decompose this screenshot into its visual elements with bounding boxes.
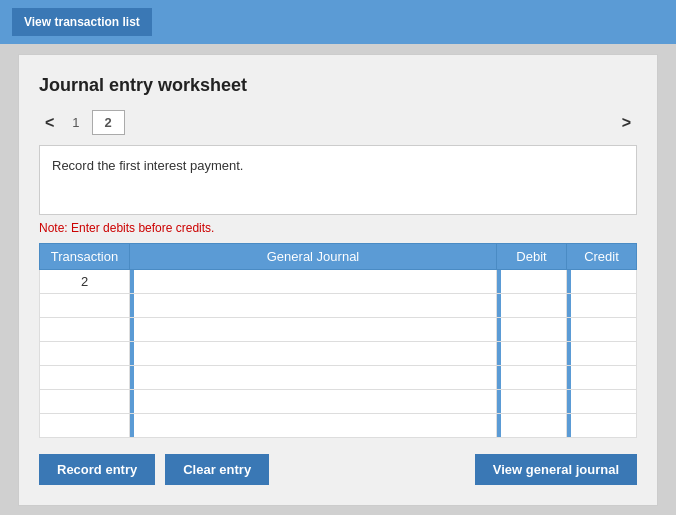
note-text: Note: Enter debits before credits. (39, 221, 637, 235)
debit-cell[interactable] (497, 390, 567, 414)
table-row (40, 366, 637, 390)
credit-cell[interactable] (567, 366, 637, 390)
debit-input[interactable] (501, 294, 566, 317)
page-2[interactable]: 2 (92, 110, 125, 135)
top-bar: View transaction list (0, 0, 676, 44)
table-row: 2 (40, 270, 637, 294)
credit-cell[interactable] (567, 270, 637, 294)
debit-cell[interactable] (497, 270, 567, 294)
pagination: < 1 2 > (39, 110, 637, 135)
transaction-cell: 2 (40, 270, 130, 294)
button-row: Record entry Clear entry View general jo… (39, 454, 637, 485)
col-debit: Debit (497, 244, 567, 270)
general-journal-cell[interactable] (130, 294, 497, 318)
general-journal-input[interactable] (134, 294, 496, 317)
next-page-arrow[interactable]: > (616, 112, 637, 134)
credit-input[interactable] (571, 414, 636, 437)
col-general-journal: General Journal (130, 244, 497, 270)
credit-cell[interactable] (567, 342, 637, 366)
credit-input[interactable] (571, 270, 636, 293)
transaction-cell (40, 414, 130, 438)
credit-cell[interactable] (567, 390, 637, 414)
credit-cell[interactable] (567, 414, 637, 438)
main-content: Journal entry worksheet < 1 2 > Record t… (18, 54, 658, 506)
debit-input[interactable] (501, 366, 566, 389)
credit-cell[interactable] (567, 318, 637, 342)
transaction-cell (40, 366, 130, 390)
general-journal-input[interactable] (134, 414, 496, 437)
transaction-cell (40, 390, 130, 414)
general-journal-input[interactable] (134, 270, 496, 293)
debit-cell[interactable] (497, 342, 567, 366)
debit-cell[interactable] (497, 414, 567, 438)
general-journal-cell[interactable] (130, 342, 497, 366)
credit-input[interactable] (571, 366, 636, 389)
table-row (40, 342, 637, 366)
page-1[interactable]: 1 (60, 111, 91, 134)
record-entry-button[interactable]: Record entry (39, 454, 155, 485)
col-credit: Credit (567, 244, 637, 270)
view-transaction-button[interactable]: View transaction list (12, 8, 152, 36)
table-row (40, 294, 637, 318)
general-journal-input[interactable] (134, 366, 496, 389)
transaction-cell (40, 294, 130, 318)
debit-input[interactable] (501, 270, 566, 293)
clear-entry-button[interactable]: Clear entry (165, 454, 269, 485)
general-journal-cell[interactable] (130, 390, 497, 414)
credit-cell[interactable] (567, 294, 637, 318)
debit-input[interactable] (501, 414, 566, 437)
transaction-cell (40, 318, 130, 342)
table-row (40, 318, 637, 342)
general-journal-input[interactable] (134, 318, 496, 341)
description-box: Record the first interest payment. (39, 145, 637, 215)
col-transaction: Transaction (40, 244, 130, 270)
transaction-cell (40, 342, 130, 366)
general-journal-cell[interactable] (130, 366, 497, 390)
credit-input[interactable] (571, 318, 636, 341)
table-row (40, 390, 637, 414)
view-general-journal-button[interactable]: View general journal (475, 454, 637, 485)
debit-input[interactable] (501, 390, 566, 413)
debit-cell[interactable] (497, 366, 567, 390)
general-journal-cell[interactable] (130, 414, 497, 438)
debit-input[interactable] (501, 342, 566, 365)
general-journal-cell[interactable] (130, 270, 497, 294)
general-journal-input[interactable] (134, 342, 496, 365)
credit-input[interactable] (571, 390, 636, 413)
worksheet-title: Journal entry worksheet (39, 75, 637, 96)
general-journal-input[interactable] (134, 390, 496, 413)
debit-input[interactable] (501, 318, 566, 341)
table-header-row: Transaction General Journal Debit Credit (40, 244, 637, 270)
prev-page-arrow[interactable]: < (39, 112, 60, 134)
general-journal-cell[interactable] (130, 318, 497, 342)
journal-table: Transaction General Journal Debit Credit… (39, 243, 637, 438)
debit-cell[interactable] (497, 294, 567, 318)
credit-input[interactable] (571, 342, 636, 365)
credit-input[interactable] (571, 294, 636, 317)
debit-cell[interactable] (497, 318, 567, 342)
table-row (40, 414, 637, 438)
